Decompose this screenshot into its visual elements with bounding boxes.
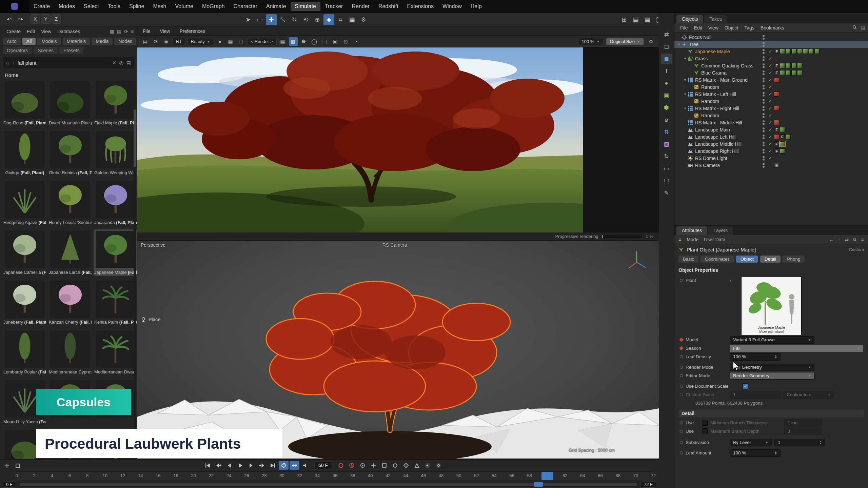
asset-ginkgo[interactable]: Ginkgo (Fall, Plant) (3, 130, 47, 176)
category-tab-operators[interactable]: Operators (3, 47, 32, 54)
convert-icon[interactable]: ⇄ (661, 29, 672, 40)
texture-mode-icon[interactable]: T (661, 66, 672, 76)
enabled-check-icon[interactable]: ✓ (767, 141, 774, 146)
redshift-tag-icon[interactable] (774, 92, 779, 97)
measure-icon[interactable]: ⌀ (661, 115, 672, 125)
circle-icon[interactable]: ◯ (310, 37, 319, 46)
enabled-check-icon[interactable]: ✓ (767, 99, 774, 104)
redshift-tag-icon[interactable] (774, 134, 779, 139)
panel-menu-icon[interactable]: ≡ (131, 29, 134, 34)
material-tag-icon[interactable] (797, 49, 802, 54)
display-mode-icon[interactable]: ● (216, 37, 224, 46)
object-mode-icon[interactable]: ◼ (661, 54, 672, 64)
render-view-menu-view[interactable]: View (160, 28, 170, 34)
asset-jacaranda[interactable]: Jacaranda (Fall, Plant) (94, 180, 137, 226)
attr-tab-basic[interactable]: Basic (678, 256, 698, 263)
object-blue-grama[interactable]: Blue Grama✓F (674, 69, 868, 76)
asset-japanese-maple[interactable]: Japanese Maple (Fall, ... (94, 229, 137, 276)
render-view-gear-icon[interactable]: ⚙ (647, 37, 655, 46)
fields-tag-icon[interactable]: F (774, 70, 779, 75)
visibility-dots[interactable] (761, 92, 767, 97)
next-frame-button[interactable] (246, 461, 256, 470)
menu-help[interactable]: Help (466, 2, 486, 11)
visibility-dots[interactable] (761, 135, 767, 139)
menu-spline[interactable]: Spline (125, 2, 149, 11)
rectangle-select-tool-icon[interactable]: ▭ (254, 14, 265, 25)
model-select[interactable]: Variant 3 Full-Grown▼ (730, 336, 814, 344)
menu-create[interactable]: Create (29, 2, 54, 11)
object-tree[interactable]: ▼Tree (674, 41, 868, 48)
goto-end-button[interactable] (268, 461, 278, 470)
rotate-tool-icon[interactable]: ↻ (289, 14, 300, 25)
asset-dog-rose[interactable]: Dog-Rose (Fall, Plant) (3, 80, 47, 126)
asset-menu-create[interactable]: Create (3, 28, 24, 35)
ipr-icon[interactable]: ⊡ (341, 37, 350, 46)
object-landscape-middle-hill[interactable]: Landscape Middle Hill✓F (674, 140, 868, 147)
enabled-check-icon[interactable]: ✓ (767, 127, 774, 132)
sound-toggle-button[interactable] (423, 461, 433, 470)
visibility-dots[interactable] (761, 106, 767, 111)
clear-search-icon[interactable]: ✕ (112, 60, 116, 65)
render-view-menu-file[interactable]: File (143, 28, 151, 34)
material-tag-icon[interactable] (791, 70, 796, 75)
user-data-menu[interactable]: User Data (704, 237, 725, 242)
enabled-check-icon[interactable]: ✓ (767, 56, 774, 61)
subdivision-level-field[interactable]: 1▲▼ (774, 439, 825, 446)
visibility-dots[interactable] (761, 99, 767, 104)
expand-arrow-icon[interactable]: ▼ (683, 78, 688, 82)
asset-hedgehog-agave[interactable]: Hedgehog Agave (Fall... (3, 180, 47, 226)
range-end-field[interactable]: 72 F (640, 481, 656, 488)
plant-preview[interactable]: Japanese Maple (Acer palmatum) (741, 277, 802, 335)
asset-field-maple[interactable]: Field Maple (Fall, Plant) (94, 80, 137, 126)
edges-mode-icon[interactable]: ▣ (661, 90, 672, 101)
snap-toggle-icon[interactable]: ⌗ (335, 14, 346, 25)
use-min-branch-checkbox[interactable] (702, 420, 708, 426)
simulate-toggle-icon[interactable]: ◈ (323, 14, 334, 25)
star-icon[interactable]: ❋ (299, 37, 308, 46)
asset-menu-edit[interactable]: Edit (24, 28, 38, 35)
material-tag-icon[interactable] (786, 134, 791, 139)
axis-lock-x[interactable]: X (31, 14, 40, 24)
points-mode-icon[interactable]: ● (661, 78, 672, 88)
fields-tag-icon[interactable]: F (780, 134, 785, 139)
asset-mediterranean-cypres[interactable]: Mediterranean Cypres... (48, 329, 92, 375)
anim-marker[interactable] (680, 421, 683, 424)
model-mode-icon[interactable]: ◻ (661, 41, 672, 52)
mode-menu[interactable]: Mode (687, 237, 698, 242)
axis-lock-y[interactable]: Y (41, 14, 51, 24)
filter-icon[interactable]: ▤ (861, 25, 865, 31)
leaf-density-field[interactable]: 100 %▲▼ (730, 353, 781, 361)
anim-marker[interactable] (680, 451, 683, 454)
object-rs-matrix-middle-hill[interactable]: RS Matrix - Middle Hill✓ (674, 119, 868, 126)
visibility-dots[interactable] (761, 142, 767, 146)
visibility-dots[interactable] (761, 85, 767, 89)
asset-juneberry[interactable]: Juneberry (Fall, Plant) (3, 279, 47, 326)
object-focus-null[interactable]: Focus Null (674, 34, 868, 41)
visibility-dots[interactable] (761, 42, 767, 47)
render-mode-select[interactable]: Full Geometry▼ (730, 364, 814, 371)
asset-kanzan-cherry[interactable]: Kanzan Cherry (Fall, Pl... (48, 279, 92, 326)
om-menu-view[interactable]: View (705, 24, 722, 31)
tab-attributes[interactable]: Attributes (676, 226, 707, 235)
object-landscape-right-hill[interactable]: Landscape Right Hill✓F (674, 147, 868, 155)
om-menu-file[interactable]: File (677, 24, 691, 31)
perspective-viewport[interactable]: Perspective RS Camera Place Grid Spacing… (137, 241, 659, 459)
play-button[interactable] (235, 461, 245, 470)
asset-japanese-camellia[interactable]: Japanese Camellia (Fal... (3, 229, 47, 276)
menu-extensions[interactable]: Extensions (403, 2, 438, 11)
enabled-check-icon[interactable]: ✓ (767, 120, 774, 125)
search-filter-icon[interactable]: ▤ (126, 60, 131, 65)
material-tag-icon[interactable] (791, 49, 796, 54)
material-tag-icon[interactable] (780, 70, 785, 75)
list-view-icon[interactable]: ▤ (117, 29, 121, 34)
enabled-check-icon[interactable]: ✓ (767, 63, 774, 68)
menu-tracker[interactable]: Tracker (320, 2, 348, 11)
camera-tag-icon[interactable]: ▣ (774, 163, 779, 168)
enabled-check-icon[interactable]: ✓ (767, 84, 774, 89)
expand-icon[interactable]: › (730, 278, 731, 283)
asset-menu-view[interactable]: View (38, 28, 54, 35)
grid-icon[interactable]: ▦ (226, 37, 235, 46)
fields-tag-icon[interactable]: F (774, 148, 779, 154)
polygons-mode-icon[interactable]: ⬢ (661, 102, 672, 113)
refresh-icon[interactable]: ⟳ (124, 29, 128, 34)
